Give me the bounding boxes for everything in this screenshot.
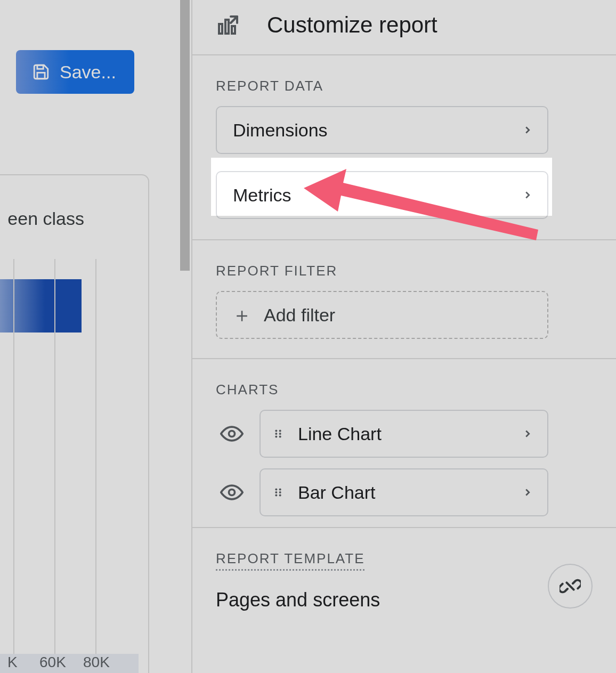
report-canvas-partial: Save... een class K 60K 80K — [0, 0, 191, 673]
panel-title: Customize report — [267, 12, 437, 38]
chart-row-bar: Bar Chart — [216, 468, 593, 516]
chart-label: Line Chart — [298, 424, 382, 444]
svg-point-6 — [275, 429, 277, 432]
svg-point-7 — [279, 429, 281, 432]
chart-title-fragment: een class — [7, 208, 84, 229]
scrollbar-thumb[interactable] — [180, 0, 190, 271]
svg-rect-3 — [225, 20, 229, 34]
chevron-right-icon — [522, 483, 533, 501]
drag-handle-icon[interactable] — [272, 483, 284, 501]
svg-rect-4 — [232, 26, 235, 34]
svg-rect-2 — [219, 24, 222, 34]
section-divider — [192, 358, 616, 359]
bar-chart-button[interactable]: Bar Chart — [260, 468, 548, 516]
metrics-highlight-wrapper: Metrics — [212, 165, 553, 225]
svg-point-15 — [275, 491, 277, 493]
drag-handle-icon[interactable] — [272, 425, 284, 443]
charts-label: CHARTS — [216, 382, 593, 398]
report-data-label: REPORT DATA — [216, 78, 593, 94]
chevron-right-icon — [522, 425, 533, 443]
chart-row-line: Line Chart — [216, 410, 593, 458]
plus-icon: ＋ — [232, 302, 252, 329]
report-filter-label: REPORT FILTER — [216, 263, 593, 279]
axis-tick-band: K 60K 80K — [0, 654, 139, 673]
unlink-template-button[interactable] — [548, 564, 593, 609]
scrollbar-track[interactable] — [179, 0, 191, 673]
svg-rect-1 — [37, 72, 45, 78]
add-filter-label: Add filter — [264, 305, 335, 326]
line-chart-button[interactable]: Line Chart — [260, 410, 548, 458]
metrics-button[interactable]: Metrics — [216, 171, 548, 219]
customize-report-panel: Customize report REPORT DATA Dimensions … — [191, 0, 616, 673]
svg-point-17 — [275, 494, 277, 496]
axis-tick: 80K — [83, 654, 110, 671]
report-template-label: REPORT TEMPLATE — [216, 550, 364, 571]
svg-point-9 — [279, 433, 281, 435]
unlink-icon — [560, 575, 581, 597]
svg-point-16 — [279, 491, 281, 493]
save-icon — [32, 63, 50, 81]
dimensions-label: Dimensions — [233, 120, 328, 141]
svg-point-8 — [275, 433, 277, 435]
customize-report-icon — [216, 12, 241, 38]
svg-point-14 — [279, 488, 281, 490]
section-divider — [192, 239, 616, 240]
svg-rect-0 — [37, 65, 43, 69]
chart-label: Bar Chart — [298, 482, 376, 503]
axis-tick: K — [7, 654, 18, 671]
visibility-icon[interactable] — [220, 422, 244, 445]
template-name: Pages and screens — [216, 589, 593, 611]
chart-card-partial: een class K 60K 80K — [0, 174, 149, 673]
svg-point-10 — [275, 435, 277, 437]
axis-tick: 60K — [39, 654, 66, 671]
svg-point-11 — [279, 435, 281, 437]
bar-segment — [0, 279, 82, 333]
svg-point-18 — [279, 494, 281, 496]
chevron-right-icon — [522, 121, 533, 139]
svg-point-13 — [275, 488, 277, 490]
save-button-label: Save... — [60, 62, 116, 83]
metrics-label: Metrics — [233, 185, 291, 206]
chevron-right-icon — [522, 186, 533, 204]
svg-point-12 — [229, 490, 235, 496]
dimensions-button[interactable]: Dimensions — [216, 106, 548, 154]
panel-header: Customize report — [192, 0, 616, 55]
visibility-icon[interactable] — [220, 481, 244, 504]
save-button[interactable]: Save... — [16, 50, 134, 94]
svg-point-5 — [229, 431, 235, 437]
add-filter-button[interactable]: ＋ Add filter — [216, 291, 548, 339]
